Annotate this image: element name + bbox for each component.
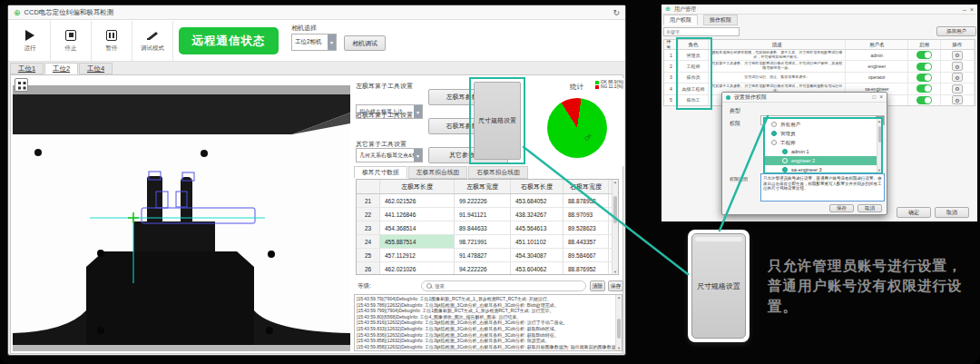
main-toolbar: 运行 停止 暂停 调试模式 远程通信状态 相机选择 工位2相机 (8, 20, 625, 62)
dialog-cancel-button[interactable]: 取消 (858, 204, 882, 212)
permission-dialog: 设置操作权限 类型 FLOAT 权限 所有用户 (721, 92, 887, 215)
table-row[interactable]: 21 462.021526 99.222226 453.684052 88.87… (357, 194, 618, 208)
station-tab[interactable]: 工位2 (44, 63, 78, 74)
user-window-titlebar: 用户管理 (662, 5, 977, 15)
gear-icon[interactable] (952, 62, 963, 71)
zoom-button-highlight (695, 237, 742, 241)
refresh-icon[interactable] (612, 8, 620, 17)
permission-list-scrollbar[interactable]: ▲▼ (877, 119, 881, 172)
radio-icon[interactable] (782, 149, 788, 154)
user-cancel-button[interactable]: 取消 (935, 207, 969, 218)
log-scrollbar[interactable]: ▲▼ (615, 295, 622, 350)
user-row[interactable]: 3 操作员 仅可进行运行、停止、暂停等基本操作。 operator (664, 73, 975, 84)
log-search-input[interactable] (435, 283, 571, 289)
gear-icon[interactable] (952, 73, 963, 82)
permission-item[interactable]: 工程师 (765, 138, 881, 147)
permission-item[interactable]: 所有用户 (765, 120, 881, 129)
user-tab[interactable]: 用户权限 (663, 15, 698, 25)
permission-item[interactable]: admin 1 (765, 147, 881, 156)
user-search-input[interactable] (663, 27, 740, 36)
pencil-icon (147, 30, 158, 41)
cell-left-length: 454.368514 (380, 221, 455, 234)
enable-toggle[interactable] (916, 84, 932, 93)
col-right-length: 右极耳长度 (511, 180, 564, 193)
dialog-titlebar: 设置操作权限 (722, 93, 887, 103)
add-user-button[interactable]: 添加用户 (936, 26, 976, 36)
user-tabs: 用户权限操作权限 (663, 15, 738, 25)
user-row[interactable]: 2 工程师 可对算子工具参数、尺寸规格等配置进行修改与调试，不可进行用户管理，其… (664, 61, 975, 72)
log-box[interactable]: [15:43:59.79](7904)DebugInfo: 工位1图像刷新_RC… (354, 294, 622, 351)
table-row[interactable]: 22 441.126846 91.941121 438.324267 88.97… (357, 208, 618, 221)
user-row[interactable]: 1 管理员 拥有本系统全部操作权限，可对相机参数、算子工具、尺寸规格等所有配置进… (664, 50, 975, 61)
enable-toggle[interactable] (916, 74, 932, 82)
chevron-down-icon[interactable] (328, 34, 336, 50)
cell-right-width: 88.97093 (564, 208, 609, 221)
close-icon[interactable] (970, 6, 974, 13)
size-spec-button[interactable]: 尺寸规格设置 (474, 82, 521, 160)
expand-view-button[interactable] (15, 78, 28, 92)
maximize-icon[interactable] (873, 94, 877, 100)
data-tab[interactable]: 右极耳拟合线图 (468, 166, 528, 179)
close-icon[interactable] (879, 94, 883, 101)
permission-item-label: sa-engineer 3 (791, 167, 822, 172)
minimize-icon[interactable] (963, 6, 966, 13)
radio-icon[interactable] (782, 158, 788, 163)
pause-icon (106, 30, 117, 41)
log-clear-button[interactable]: 清除 (590, 280, 605, 291)
run-button[interactable]: 运行 (10, 21, 51, 61)
log-lines: [15:43:59.79](7904)DebugInfo: 工位1图像刷新_RC… (355, 295, 622, 350)
cell-right-length: 454.304087 (511, 249, 564, 261)
table-row[interactable]: 24 455.887514 98.721991 451.101102 88.44… (357, 235, 618, 249)
remote-status-button[interactable]: 远程通信状态 (179, 27, 279, 54)
gear-icon[interactable] (952, 95, 963, 104)
data-tab[interactable]: 左极耳拟合线图 (408, 166, 468, 179)
gear-icon[interactable] (952, 51, 963, 60)
enable-toggle[interactable] (916, 96, 932, 104)
table-body: 21 462.021526 99.222226 453.684052 88.87… (357, 194, 618, 275)
chevron-down-icon[interactable] (414, 105, 422, 118)
log-line: [15:43:59.858](12632)DebugInfo: 工位3缺陷检测_… (357, 344, 614, 350)
chevron-down-icon[interactable] (414, 149, 422, 162)
permission-item[interactable]: engineer 2 (765, 156, 881, 165)
camera-debug-button[interactable]: 相机调试 (344, 35, 386, 51)
table-row[interactable]: 25 457.112912 91.478827 454.304087 89.58… (357, 249, 618, 262)
enable-toggle[interactable] (916, 51, 932, 59)
log-save-button[interactable]: 保存 (608, 280, 623, 291)
right-tab-tool-select[interactable]: 几何关系右极耳交点&角 (356, 148, 423, 162)
table-row[interactable]: 26 462.021026 94.222226 453.604062 88.87… (357, 262, 618, 275)
log-line: [15:43:59.836](12632)DebugInfo: 工位3缺陷检测_… (357, 332, 614, 339)
data-tab[interactable]: 极耳尺寸数据 (354, 166, 407, 179)
radio-icon[interactable] (771, 122, 777, 127)
camera-select[interactable]: 工位2相机 (291, 34, 337, 51)
annotation-note: 只允许管理员账号进行设置，普通用户账号没有权限进行设置。 (768, 256, 975, 317)
cell-right-width: 89.584667 (564, 249, 609, 261)
chart-legend: OK 88.9(%) NG 11.1(%) (595, 80, 623, 89)
station-tab[interactable]: 工位1 (10, 63, 44, 74)
table-scrollbar[interactable]: ▲▼ (612, 180, 618, 274)
permission-desc-box[interactable]: 只允许管理员账号进行设置，普通用户账号没有权限进行设置。修改后点击保存立即生效，… (760, 173, 885, 202)
debug-mode-button[interactable]: 调试模式 (132, 21, 173, 61)
dialog-save-button[interactable]: 保存 (829, 204, 854, 212)
permission-list[interactable]: 所有用户 管理员 工程师 admin 1 (763, 117, 883, 174)
cell-left-width: 94.222226 (455, 262, 511, 275)
user-ok-button[interactable]: 确定 (897, 207, 931, 218)
stop-button[interactable]: 停止 (51, 21, 92, 61)
row-number: 26 (357, 262, 380, 275)
user-no: 1 (664, 50, 679, 60)
radio-icon[interactable] (771, 131, 777, 136)
log-search[interactable] (421, 280, 586, 291)
radio-icon[interactable] (771, 140, 777, 145)
measurement-table: 左极耳长度 左极耳宽度 右极耳长度 右极耳宽度 21 462.021526 99… (356, 179, 619, 275)
pause-button[interactable]: 暂停 (92, 21, 132, 61)
radio-icon[interactable] (782, 167, 788, 172)
gear-icon[interactable] (952, 84, 963, 93)
station-tab[interactable]: 工位4 (79, 63, 113, 74)
enable-toggle[interactable] (916, 63, 932, 71)
table-row[interactable]: 23 454.368514 89.844633 445.564613 89.52… (357, 221, 618, 235)
permission-item[interactable]: 管理员 (765, 129, 881, 138)
user-name: admin (846, 50, 908, 60)
stop-icon (65, 30, 76, 41)
main-titlebar: CCD电芯定位纠偏和极耳检测 (8, 5, 625, 20)
user-tab[interactable]: 操作权限 (703, 15, 738, 25)
dialog-title: 设置操作权限 (734, 93, 767, 102)
